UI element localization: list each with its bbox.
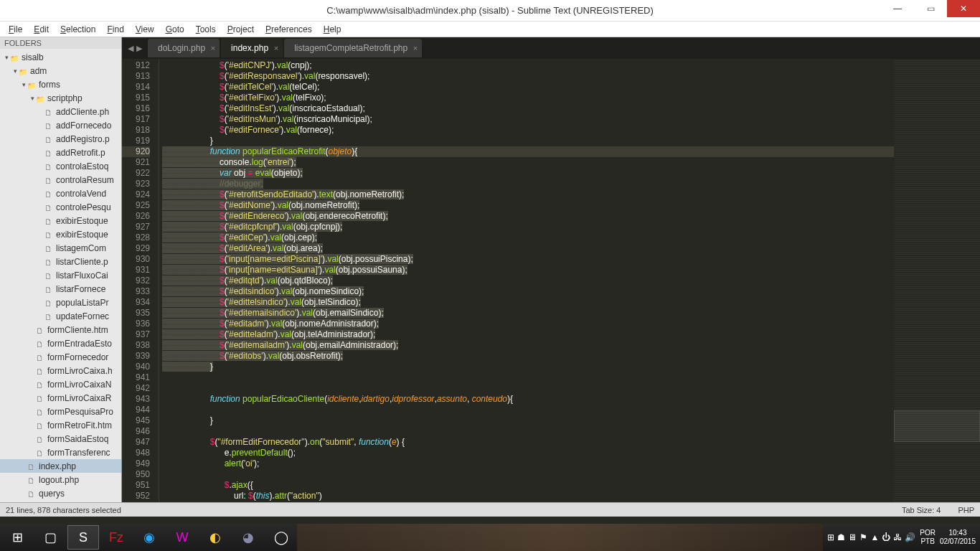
menubar: File Edit Selection Find View Goto Tools… bbox=[0, 22, 980, 37]
file-item[interactable]: updateFornec bbox=[0, 309, 121, 323]
tray-icon[interactable]: 🖧 bbox=[893, 532, 902, 542]
tray-icon[interactable]: ⏻ bbox=[882, 532, 890, 542]
system-tray[interactable]: ⊞ ☗ 🖥 ⚑ ▲ ⏻ 🖧 🔊 PORPTB 10:4302/07/2015 bbox=[823, 529, 980, 546]
file-item[interactable]: index.php bbox=[0, 459, 121, 473]
sidebar: FOLDERS ▾sisalb▾adm▾forms▾scriptphpaddCl… bbox=[0, 37, 122, 502]
tab-close-icon[interactable]: × bbox=[274, 44, 278, 52]
tab-nav: ◀ ▶ bbox=[128, 44, 142, 53]
file-item[interactable]: exibirEstoque bbox=[0, 227, 121, 241]
tab-right-icon[interactable]: ▶ bbox=[136, 44, 142, 53]
workspace: FOLDERS ▾sisalb▾adm▾forms▾scriptphpaddCl… bbox=[0, 37, 980, 502]
taskbar: ⊞ ▢ S Fz ◉ W ◐ ◕ ◯ ⊞ ☗ 🖥 ⚑ ▲ ⏻ 🖧 🔊 PORPT… bbox=[0, 524, 980, 551]
minimap-viewport[interactable] bbox=[894, 410, 980, 442]
file-item[interactable]: addCliente.ph bbox=[0, 105, 121, 118]
file-item[interactable]: listarFluxoCai bbox=[0, 268, 121, 282]
status-lang[interactable]: PHP bbox=[958, 506, 974, 514]
file-item[interactable]: addFornecedo bbox=[0, 118, 121, 132]
file-item[interactable]: formPesquisaPro bbox=[0, 405, 121, 418]
file-item[interactable]: querys bbox=[0, 486, 121, 500]
tab-listagemCompletaRetrofit-php[interactable]: listagemCompletaRetrofit.php× bbox=[284, 39, 422, 57]
window-controls: — ▭ ✕ bbox=[881, 0, 980, 17]
tray-icon[interactable]: 🖥 bbox=[848, 532, 857, 542]
gutter: 9129139149159169179189199209219229239249… bbox=[122, 59, 159, 502]
maximize-button[interactable]: ▭ bbox=[914, 0, 947, 17]
volume-icon[interactable]: 🔊 bbox=[905, 532, 915, 542]
eclipse-icon[interactable]: ◕ bbox=[232, 525, 264, 550]
file-item[interactable]: addRetrofit.p bbox=[0, 146, 121, 159]
tab-doLogin-php[interactable]: doLogin.php× bbox=[148, 39, 220, 57]
tab-left-icon[interactable]: ◀ bbox=[128, 44, 133, 53]
code-area[interactable]: $('#editCNPJ').val(cnpj); $('#editRespon… bbox=[159, 59, 894, 502]
tray-icons[interactable]: ⊞ ☗ 🖥 ⚑ ▲ ⏻ 🖧 🔊 bbox=[827, 532, 915, 542]
taskbar-bg bbox=[297, 524, 823, 551]
tray-icon[interactable]: ▲ bbox=[870, 532, 879, 542]
file-item[interactable]: controlaEstoq bbox=[0, 159, 121, 173]
window-title: C:\wamp\www\sisalb\adm\index.php (sisalb… bbox=[326, 5, 654, 16]
tray-icon[interactable]: ⊞ bbox=[827, 532, 834, 542]
tab-close-icon[interactable]: × bbox=[413, 44, 418, 52]
tab-index-php[interactable]: index.php× bbox=[221, 39, 283, 57]
folder-item[interactable]: ▾adm bbox=[0, 64, 121, 77]
menu-tools[interactable]: Tools bbox=[190, 24, 222, 34]
file-item[interactable]: listagemCom bbox=[0, 241, 121, 255]
menu-file[interactable]: File bbox=[3, 24, 28, 34]
close-button[interactable]: ✕ bbox=[947, 0, 980, 17]
menu-preferences[interactable]: Preferences bbox=[260, 24, 318, 34]
file-item[interactable]: formRetroFit.htm bbox=[0, 418, 121, 432]
status-tabsize[interactable]: Tab Size: 4 bbox=[902, 506, 941, 514]
menu-find[interactable]: Find bbox=[101, 24, 129, 34]
tray-icon[interactable]: ☗ bbox=[837, 532, 845, 542]
editor[interactable]: 9129139149159169179189199209219229239249… bbox=[122, 59, 980, 502]
file-item[interactable]: logout.php bbox=[0, 473, 121, 486]
tray-icon[interactable]: ⚑ bbox=[859, 532, 867, 542]
file-item[interactable]: formCliente.htm bbox=[0, 323, 121, 336]
file-item[interactable]: controlaResum bbox=[0, 173, 121, 187]
file-item[interactable]: formEntradaEsto bbox=[0, 336, 121, 350]
teamviewer-icon[interactable]: ◉ bbox=[133, 525, 165, 550]
file-item[interactable]: listarFornece bbox=[0, 282, 121, 296]
filezilla-icon[interactable]: Fz bbox=[100, 525, 132, 550]
sublime-icon[interactable]: S bbox=[67, 525, 99, 550]
file-item[interactable]: exibirEstoque bbox=[0, 214, 121, 227]
menu-view[interactable]: View bbox=[130, 24, 160, 34]
file-item[interactable]: formFornecedor bbox=[0, 350, 121, 364]
file-item[interactable]: formLivroCaixa.h bbox=[0, 364, 121, 377]
file-item[interactable]: addRegistro.p bbox=[0, 132, 121, 146]
file-item[interactable]: populaListaPr bbox=[0, 296, 121, 309]
minimap[interactable] bbox=[894, 59, 980, 502]
file-item[interactable]: listarCliente.p bbox=[0, 255, 121, 268]
wamp-icon[interactable]: W bbox=[166, 525, 198, 550]
tabstrip: ◀ ▶ doLogin.php×index.php×listagemComple… bbox=[122, 37, 980, 59]
start-button[interactable]: ⊞ bbox=[1, 525, 33, 550]
menu-goto[interactable]: Goto bbox=[160, 24, 190, 34]
folder-item[interactable]: ▾scriptphp bbox=[0, 91, 121, 105]
file-item[interactable]: formTransferenc bbox=[0, 446, 121, 459]
task-view-icon[interactable]: ▢ bbox=[34, 525, 66, 550]
folder-item[interactable]: ▾sisalb bbox=[0, 50, 121, 64]
tab-close-icon[interactable]: × bbox=[211, 44, 215, 52]
status-selection: 21 lines, 878 characters selected bbox=[6, 506, 121, 514]
editor-zone: ◀ ▶ doLogin.php×index.php×listagemComple… bbox=[122, 37, 980, 502]
minimize-button[interactable]: — bbox=[881, 0, 914, 17]
taskbar-apps: ⊞ ▢ S Fz ◉ W ◐ ◕ ◯ bbox=[0, 525, 297, 550]
file-item[interactable]: formSaidaEstoq bbox=[0, 432, 121, 446]
menu-project[interactable]: Project bbox=[222, 24, 260, 34]
chrome-icon[interactable]: ◯ bbox=[265, 525, 297, 550]
sidebar-header: FOLDERS bbox=[0, 37, 121, 49]
file-item[interactable]: controlaVend bbox=[0, 187, 121, 200]
app-icon[interactable]: ◐ bbox=[199, 525, 231, 550]
titlebar: C:\wamp\www\sisalb\adm\index.php (sisalb… bbox=[0, 0, 980, 22]
tray-clock[interactable]: 10:4302/07/2015 bbox=[940, 529, 976, 546]
menu-selection[interactable]: Selection bbox=[55, 24, 101, 34]
file-item[interactable]: formLivroCaixaR bbox=[0, 391, 121, 405]
statusbar: 21 lines, 878 characters selected Tab Si… bbox=[0, 502, 980, 517]
tray-lang[interactable]: PORPTB bbox=[920, 529, 936, 546]
folder-tree[interactable]: ▾sisalb▾adm▾forms▾scriptphpaddCliente.ph… bbox=[0, 49, 121, 501]
file-item[interactable]: formLivroCaixaN bbox=[0, 377, 121, 391]
menu-edit[interactable]: Edit bbox=[28, 24, 55, 34]
folder-item[interactable]: ▾forms bbox=[0, 77, 121, 91]
menu-help[interactable]: Help bbox=[318, 24, 347, 34]
file-item[interactable]: controlePesqu bbox=[0, 200, 121, 214]
